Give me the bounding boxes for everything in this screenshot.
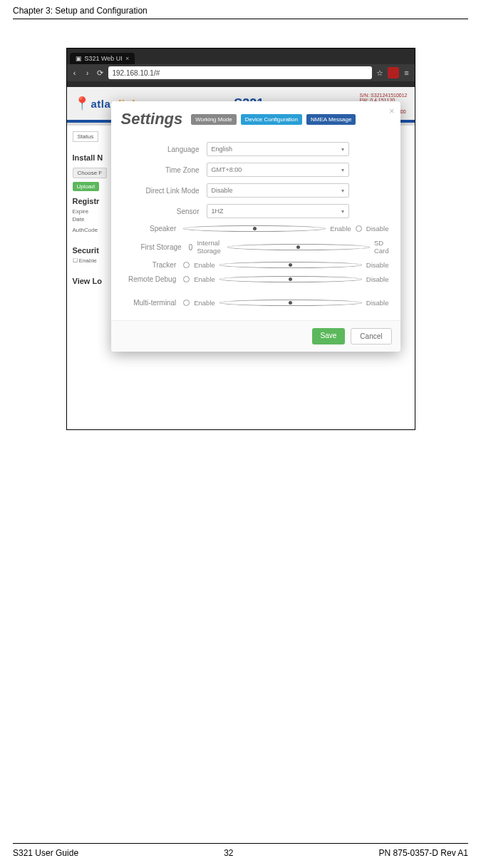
radio-remotedebug-disable[interactable] bbox=[219, 276, 362, 282]
opt-enable: Enable bbox=[194, 275, 215, 283]
label-directlink: Direct Link Mode bbox=[123, 187, 207, 195]
radio-tracker-disable[interactable] bbox=[219, 262, 362, 268]
label-multiterminal: Multi-terminal bbox=[123, 299, 184, 307]
address-text: 192.168.10.1/# bbox=[113, 69, 160, 77]
opt-disable: Disable bbox=[366, 275, 389, 283]
star-icon[interactable]: ☆ bbox=[375, 68, 385, 78]
modal-header: Settings Working Mode Device Configurati… bbox=[111, 101, 400, 136]
row-remotedebug: Remote Debug Enable Disable bbox=[123, 275, 389, 283]
label-speaker: Speaker bbox=[123, 225, 184, 233]
radio-speaker-enable[interactable] bbox=[183, 225, 326, 232]
select-language[interactable]: English ▾ bbox=[207, 142, 349, 156]
row-sensor: Sensor 1HZ ▾ bbox=[123, 204, 389, 218]
settings-form: Language English ▾ Time Zone GMT+8:00 ▾ bbox=[111, 142, 400, 320]
radio-storage-internal[interactable] bbox=[189, 244, 193, 250]
bookmark-bar bbox=[67, 81, 415, 87]
select-directlink[interactable]: Disable ▾ bbox=[207, 183, 349, 198]
opt-enable: Enable bbox=[194, 261, 215, 269]
select-sensor[interactable]: 1HZ ▾ bbox=[207, 204, 349, 218]
caret-icon: ▾ bbox=[341, 188, 344, 194]
select-directlink-value: Disable bbox=[212, 187, 233, 194]
tab-device-configuration[interactable]: Device Configuration bbox=[241, 114, 302, 125]
label-timezone: Time Zone bbox=[123, 166, 207, 174]
screenshot-figure: ▣ S321 Web UI × ‹ › ⟳ 192.168.10.1/# ☆ ≡ bbox=[66, 48, 415, 430]
back-icon[interactable]: ‹ bbox=[70, 68, 80, 78]
forward-icon[interactable]: › bbox=[83, 68, 93, 78]
opt-sdcard: SD Card bbox=[374, 239, 389, 255]
tab-title: S321 Web UI bbox=[85, 55, 123, 62]
caret-icon: ▾ bbox=[341, 146, 344, 153]
upload-button[interactable]: Upload bbox=[73, 182, 99, 191]
opt-disable: Disable bbox=[366, 261, 389, 269]
row-language: Language English ▾ bbox=[123, 142, 389, 156]
radio-storage-sdcard[interactable] bbox=[227, 244, 370, 250]
tab-close-icon[interactable]: × bbox=[125, 55, 129, 62]
row-timezone: Time Zone GMT+8:00 ▾ bbox=[123, 163, 389, 177]
select-sensor-value: 1HZ bbox=[212, 208, 224, 215]
radio-tracker-enable[interactable] bbox=[183, 262, 190, 268]
chapter-header: Chapter 3: Setup and Configuration bbox=[13, 6, 468, 19]
settings-modal: × Settings Working Mode Device Configura… bbox=[111, 101, 400, 352]
reload-icon[interactable]: ⟳ bbox=[95, 68, 105, 78]
pdf-plugin-icon[interactable] bbox=[388, 67, 399, 78]
browser-window: ▣ S321 Web UI × ‹ › ⟳ 192.168.10.1/# ☆ ≡ bbox=[66, 48, 415, 430]
browser-toolbar: ‹ › ⟳ 192.168.10.1/# ☆ ≡ bbox=[67, 64, 415, 81]
caret-icon: ▾ bbox=[341, 208, 344, 215]
opt-enable: Enable bbox=[330, 225, 351, 233]
select-timezone-value: GMT+8:00 bbox=[212, 166, 242, 173]
row-directlink: Direct Link Mode Disable ▾ bbox=[123, 183, 389, 198]
save-button[interactable]: Save bbox=[312, 328, 346, 344]
status-tab[interactable]: Status bbox=[73, 131, 99, 142]
opt-enable: Enable bbox=[194, 299, 215, 307]
footer-left: S321 User Guide bbox=[13, 848, 78, 858]
opt-disable: Disable bbox=[366, 299, 389, 307]
opt-internal: Internal Storage bbox=[197, 239, 223, 255]
label-firststorage: First Storage bbox=[123, 243, 189, 251]
cancel-button[interactable]: Cancel bbox=[351, 328, 391, 344]
select-timezone[interactable]: GMT+8:00 ▾ bbox=[207, 163, 349, 177]
globe-icon: ▣ bbox=[76, 55, 82, 62]
radio-remotedebug-enable[interactable] bbox=[183, 276, 190, 282]
radio-multiterminal-enable[interactable] bbox=[183, 300, 190, 306]
modal-title: Settings bbox=[121, 110, 183, 128]
page-content: 📍 atlas link S321 S/N: S321241510012 FW:… bbox=[67, 87, 415, 429]
select-language-value: English bbox=[212, 145, 233, 153]
modal-footer: Save Cancel bbox=[111, 320, 400, 352]
label-tracker: Tracker bbox=[123, 261, 184, 269]
page-footer: S321 User Guide 32 PN 875-0357-D Rev A1 bbox=[13, 843, 468, 858]
tab-working-mode[interactable]: Working Mode bbox=[191, 114, 236, 125]
menu-icon[interactable]: ≡ bbox=[402, 68, 412, 78]
label-language: Language bbox=[123, 145, 207, 153]
browser-tab[interactable]: ▣ S321 Web UI × bbox=[70, 53, 135, 64]
row-multiterminal: Multi-terminal Enable Disable bbox=[123, 299, 389, 307]
row-speaker: Speaker Enable Disable bbox=[123, 225, 389, 233]
choose-file-button[interactable]: Choose F bbox=[73, 168, 108, 178]
pin-icon: 📍 bbox=[74, 96, 90, 111]
tab-nmea-message[interactable]: NMEA Message bbox=[306, 114, 356, 125]
footer-right: PN 875-0357-D Rev A1 bbox=[379, 848, 468, 858]
modal-close-icon[interactable]: × bbox=[389, 106, 395, 116]
info-sn: S/N: S321241510012 bbox=[360, 93, 408, 98]
radio-multiterminal-disable[interactable] bbox=[219, 300, 362, 306]
address-bar[interactable]: 192.168.10.1/# bbox=[108, 66, 372, 79]
opt-disable: Disable bbox=[366, 225, 389, 233]
label-remotedebug: Remote Debug bbox=[123, 275, 184, 283]
row-firststorage: First Storage Internal Storage SD Card bbox=[123, 239, 389, 255]
browser-tab-strip: ▣ S321 Web UI × bbox=[67, 48, 415, 64]
radio-speaker-disable[interactable] bbox=[356, 225, 362, 232]
label-sensor: Sensor bbox=[123, 208, 207, 215]
footer-page-number: 32 bbox=[224, 848, 233, 858]
row-tracker: Tracker Enable Disable bbox=[123, 261, 389, 269]
caret-icon: ▾ bbox=[341, 167, 344, 173]
